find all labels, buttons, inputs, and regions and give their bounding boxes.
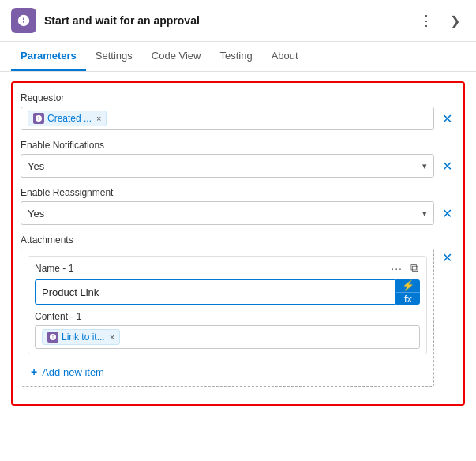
dynamic-buttons: ⚡ fx bbox=[396, 279, 420, 305]
enable-reassignment-label: Enable Reassignment bbox=[21, 187, 455, 198]
attachment-item: Name - 1 ··· ⧉ bbox=[28, 256, 427, 354]
attachment-copy-button[interactable]: ⧉ bbox=[409, 261, 420, 275]
tabs-bar: Parameters Settings Code View Testing Ab… bbox=[0, 42, 476, 72]
collapse-button[interactable]: ❯ bbox=[445, 12, 465, 30]
requestor-tag-text: Created ... bbox=[47, 113, 92, 124]
tab-code-view[interactable]: Code View bbox=[142, 42, 211, 71]
attachments-clear-button[interactable]: ✕ bbox=[439, 249, 455, 267]
attachments-row: Name - 1 ··· ⧉ bbox=[21, 249, 455, 387]
tab-settings[interactable]: Settings bbox=[86, 42, 142, 71]
product-link-input[interactable] bbox=[35, 279, 396, 305]
enable-notifications-clear-button[interactable]: ✕ bbox=[439, 157, 455, 175]
tab-about[interactable]: About bbox=[262, 42, 308, 71]
header: Start and wait for an approval ⋮ ❯ bbox=[0, 0, 476, 42]
content-tag-close[interactable]: × bbox=[110, 333, 114, 342]
enable-notifications-select[interactable]: Yes ▾ bbox=[21, 154, 434, 178]
tab-testing[interactable]: Testing bbox=[210, 42, 261, 71]
content-label: Content - 1 bbox=[35, 311, 420, 322]
attachments-label: Attachments bbox=[21, 234, 455, 245]
lightning-icon: ⚡ bbox=[402, 279, 414, 291]
main-content: Requestor Created ... × ✕ bbox=[0, 72, 476, 461]
attachment-more-button[interactable]: ··· bbox=[388, 262, 406, 275]
params-section: Requestor Created ... × ✕ bbox=[11, 81, 465, 406]
content-field[interactable]: Link to it... × bbox=[35, 325, 420, 349]
enable-reassignment-value: Yes bbox=[28, 208, 44, 219]
attachments-inner: Name - 1 ··· ⧉ bbox=[21, 249, 434, 387]
product-link-row: ⚡ fx bbox=[35, 279, 420, 305]
enable-notifications-label: Enable Notifications bbox=[21, 140, 455, 151]
attachment-item-header: Name - 1 ··· ⧉ bbox=[35, 261, 420, 275]
enable-reassignment-select[interactable]: Yes ▾ bbox=[21, 201, 434, 225]
chevron-down-icon: ▾ bbox=[422, 161, 427, 171]
requestor-label: Requestor bbox=[21, 92, 455, 103]
enable-reassignment-row: Yes ▾ ✕ bbox=[21, 201, 455, 225]
enable-notifications-row: Yes ▾ ✕ bbox=[21, 154, 455, 178]
requestor-tag: Created ... × bbox=[28, 111, 107, 126]
attachment-name-label: Name - 1 bbox=[35, 263, 73, 274]
content-tag-icon bbox=[47, 332, 58, 343]
lightning-button[interactable]: ⚡ bbox=[396, 279, 420, 292]
add-new-item-button[interactable]: + Add new item bbox=[28, 361, 107, 380]
requestor-tag-close[interactable]: × bbox=[96, 114, 101, 123]
requestor-tag-icon bbox=[33, 113, 44, 124]
attachment-tools: ··· ⧉ bbox=[388, 261, 420, 275]
header-title: Start and wait for an approval bbox=[44, 14, 414, 27]
enable-reassignment-clear-button[interactable]: ✕ bbox=[439, 204, 455, 223]
app-icon bbox=[11, 8, 36, 33]
enable-notifications-group: Enable Notifications Yes ▾ ✕ bbox=[21, 140, 455, 178]
app-container: Start and wait for an approval ⋮ ❯ Param… bbox=[0, 0, 476, 461]
add-item-label: Add new item bbox=[42, 366, 104, 378]
requestor-row: Created ... × ✕ bbox=[21, 107, 455, 130]
requestor-group: Requestor Created ... × ✕ bbox=[21, 92, 455, 130]
chevron-down-icon-2: ▾ bbox=[422, 208, 427, 219]
requestor-input[interactable]: Created ... × bbox=[21, 107, 434, 130]
more-options-button[interactable]: ⋮ bbox=[414, 10, 439, 31]
requestor-clear-button[interactable]: ✕ bbox=[439, 110, 455, 128]
attachments-area: Name - 1 ··· ⧉ bbox=[21, 249, 434, 387]
plus-icon: + bbox=[31, 365, 37, 378]
attachments-group: Attachments Name - 1 ··· ⧉ bbox=[21, 234, 455, 387]
content-tag: Link to it... × bbox=[42, 329, 120, 345]
fx-button[interactable]: fx bbox=[396, 292, 420, 305]
fx-icon: fx bbox=[404, 293, 412, 305]
enable-reassignment-group: Enable Reassignment Yes ▾ ✕ bbox=[21, 187, 455, 225]
content-tag-text: Link to it... bbox=[62, 332, 105, 343]
enable-notifications-value: Yes bbox=[28, 160, 44, 172]
header-actions: ⋮ ❯ bbox=[414, 10, 465, 31]
tab-parameters[interactable]: Parameters bbox=[11, 42, 86, 71]
